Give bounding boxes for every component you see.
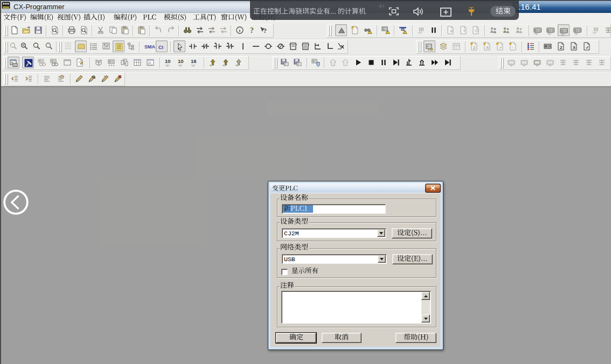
svg-text:▫: ▫ [512,45,513,50]
svg-text:010: 010 [148,64,152,67]
svg-text:rgn: rgn [574,32,578,35]
svg-text:rgn: rgn [593,31,596,34]
svg-text:%: % [92,75,95,80]
svg-text:rgn: rgn [178,64,182,67]
svg-text:rgn: rgn [547,32,551,35]
svg-text:X: X [486,45,489,50]
svg-text:?: ? [263,27,267,34]
svg-text:Z: Z [473,45,476,50]
svg-text:CI: CI [158,45,163,50]
svg-text:rgn: rgn [165,64,169,67]
svg-text:Z: Z [560,45,563,50]
svg-text:rgn: rgn [191,64,195,67]
svg-text:SMA: SMA [144,44,156,50]
svg-text:✓: ✓ [586,45,589,50]
svg-text:rgn: rgn [418,31,422,34]
svg-text:X: X [573,45,576,50]
svg-text:✓: ✓ [499,45,503,50]
svg-text:?: ? [250,26,254,34]
svg-text:rgn: rgn [561,32,565,36]
svg-text:rgn: rgn [534,32,538,35]
